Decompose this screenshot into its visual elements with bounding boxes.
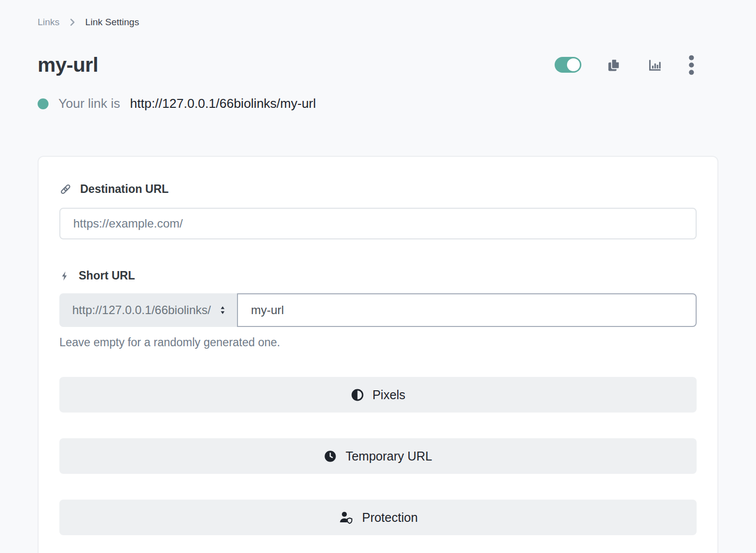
link-settings-card: Destination URL Short URL http://127.0.0… [38,156,718,553]
link-icon [59,183,72,195]
link-active-toggle[interactable] [555,57,581,73]
destination-url-input[interactable] [59,208,697,239]
destination-url-label-text: Destination URL [80,183,169,196]
breadcrumb-links[interactable]: Links [38,15,59,29]
user-shield-icon [338,510,354,524]
header-row: my-url [38,50,718,79]
status-url: http://127.0.0.1/66biolinks/my-url [130,96,316,111]
temporary-url-section-button[interactable]: Temporary URL [59,438,697,474]
toggle-knob [567,58,580,71]
adjust-icon [351,388,364,402]
page-title: my-url [38,53,98,77]
link-status-row: Your link is http://127.0.0.1/66biolinks… [38,96,718,111]
breadcrumb: Links Link Settings [38,0,718,29]
select-caret-icon [218,305,227,316]
protection-section-button[interactable]: Protection [59,500,697,535]
page: Links Link Settings my-url [0,0,756,553]
status-prefix: Your link is [58,96,120,111]
short-url-help-text: Leave empty for a randomly generated one… [59,336,697,349]
chevron-right-icon [67,17,77,27]
short-url-label-text: Short URL [79,269,135,282]
protection-button-label: Protection [362,510,418,525]
header-actions [555,54,695,76]
stats-icon [647,57,662,73]
short-url-domain-select[interactable]: http://127.0.0.1/66biolinks/ [59,293,237,327]
short-url-input[interactable] [237,293,697,327]
copy-link-button[interactable] [607,58,621,72]
breadcrumb-current: Link Settings [85,15,139,29]
short-url-label: Short URL [59,269,697,282]
status-dot [38,98,48,109]
kebab-menu-icon [688,54,695,76]
short-url-domain-value: http://127.0.0.1/66biolinks/ [72,303,211,317]
pixels-section-button[interactable]: Pixels [59,377,697,413]
destination-url-label: Destination URL [59,183,697,196]
temporary-url-button-label: Temporary URL [345,449,432,463]
bolt-icon [59,270,70,282]
copy-icon [607,58,621,72]
clock-icon [324,450,337,463]
pixels-button-label: Pixels [373,388,406,402]
more-options-button[interactable] [688,54,695,76]
statistics-button[interactable] [647,57,662,73]
short-url-input-group: http://127.0.0.1/66biolinks/ [59,293,697,327]
